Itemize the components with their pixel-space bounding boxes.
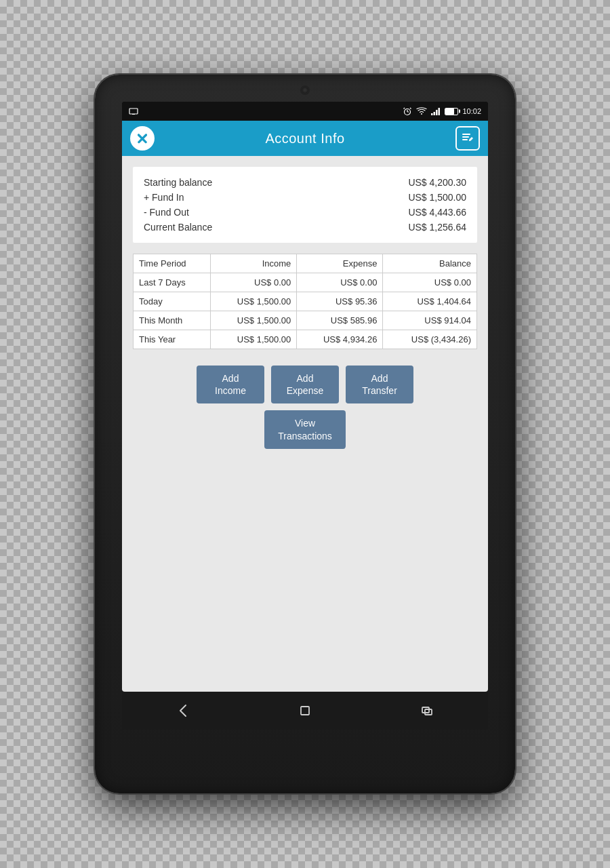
svg-rect-8 [434, 112, 436, 115]
transactions-table: Time Period Income Expense Balance Last … [133, 254, 477, 349]
app-header: Account Info [122, 121, 488, 156]
balance-month: US$ 914.04 [383, 311, 477, 330]
fund-out-value: US$ 4,443.66 [408, 207, 466, 218]
edit-icon [460, 131, 475, 146]
current-balance-label: Current Balance [144, 222, 212, 233]
svg-rect-10 [439, 108, 441, 115]
status-bar: 10:02 [122, 102, 488, 121]
home-icon [296, 701, 314, 720]
recents-icon [418, 701, 436, 720]
secondary-btn-row: ViewTransactions [264, 410, 346, 448]
fund-in-label: + Fund In [144, 192, 184, 203]
add-transfer-button[interactable]: AddTransfer [346, 366, 413, 403]
close-button[interactable] [130, 126, 155, 151]
status-left [129, 108, 138, 115]
back-icon [174, 701, 192, 720]
home-button[interactable] [291, 697, 319, 724]
nav-bar [122, 692, 488, 730]
view-transactions-button[interactable]: ViewTransactions [264, 410, 346, 448]
col-expense: Expense [297, 254, 383, 273]
recents-button[interactable] [413, 697, 441, 724]
svg-rect-11 [462, 134, 470, 135]
table-row: Last 7 Days US$ 0.00 US$ 0.00 US$ 0.00 [134, 273, 477, 292]
balance-row-fund-in: + Fund In US$ 1,500.00 [144, 190, 466, 205]
edit-button[interactable] [455, 126, 480, 151]
notification-icon [129, 108, 138, 115]
tablet-device: 10:02 Account Info [95, 75, 515, 793]
balance-row-current: Current Balance US$ 1,256.64 [144, 220, 466, 235]
table-row: This Month US$ 1,500.00 US$ 585.96 US$ 9… [134, 311, 477, 330]
battery-icon [445, 108, 458, 115]
col-time-period: Time Period [134, 254, 211, 273]
primary-btn-row: AddIncome AddExpense AddTransfer [197, 366, 413, 403]
add-expense-button[interactable]: AddExpense [271, 366, 339, 403]
screen: 10:02 Account Info [122, 102, 488, 692]
current-balance-value: US$ 1,256.64 [408, 222, 466, 233]
alarm-icon [403, 106, 412, 116]
income-today: US$ 1,500.00 [211, 292, 297, 311]
income-year: US$ 1,500.00 [211, 330, 297, 349]
period-last7: Last 7 Days [134, 273, 211, 292]
svg-rect-13 [462, 139, 468, 140]
balance-section: Starting balance US$ 4,200.30 + Fund In … [133, 167, 477, 243]
header-title: Account Info [265, 131, 344, 146]
balance-today: US$ 1,404.64 [383, 292, 477, 311]
expense-last7: US$ 0.00 [297, 273, 383, 292]
expense-month: US$ 585.96 [297, 311, 383, 330]
balance-year: US$ (3,434.26) [383, 330, 477, 349]
add-income-button[interactable]: AddIncome [197, 366, 264, 403]
col-balance: Balance [383, 254, 477, 273]
svg-line-5 [404, 108, 405, 109]
svg-rect-0 [129, 108, 138, 114]
fund-in-value: US$ 1,500.00 [408, 192, 466, 203]
fund-out-label: - Fund Out [144, 207, 189, 218]
svg-rect-18 [425, 709, 432, 715]
time-display: 10:02 [462, 107, 481, 115]
income-last7: US$ 0.00 [211, 273, 297, 292]
front-camera [300, 85, 310, 95]
col-income: Income [211, 254, 297, 273]
svg-line-6 [410, 108, 411, 109]
period-year: This Year [134, 330, 211, 349]
svg-rect-1 [132, 114, 135, 115]
balance-last7: US$ 0.00 [383, 273, 477, 292]
balance-row-fund-out: - Fund Out US$ 4,443.66 [144, 205, 466, 220]
svg-rect-12 [462, 136, 469, 138]
back-button[interactable] [169, 697, 197, 724]
svg-rect-7 [431, 113, 433, 115]
income-month: US$ 1,500.00 [211, 311, 297, 330]
table-row: Today US$ 1,500.00 US$ 95.36 US$ 1,404.6… [134, 292, 477, 311]
signal-icon [431, 107, 441, 115]
expense-year: US$ 4,934.26 [297, 330, 383, 349]
starting-balance-value: US$ 4,200.30 [408, 177, 466, 188]
balance-row-starting: Starting balance US$ 4,200.30 [144, 175, 466, 190]
expense-today: US$ 95.36 [297, 292, 383, 311]
svg-rect-17 [422, 707, 429, 713]
screen-content: Account Info Starting balance [122, 121, 488, 692]
period-month: This Month [134, 311, 211, 330]
status-right: 10:02 [403, 106, 481, 116]
svg-rect-9 [436, 110, 438, 115]
starting-balance-label: Starting balance [144, 177, 212, 188]
table-row: This Year US$ 1,500.00 US$ 4,934.26 US$ … [134, 330, 477, 349]
content-area: Starting balance US$ 4,200.30 + Fund In … [122, 156, 488, 692]
wifi-icon [416, 107, 427, 115]
action-buttons: AddIncome AddExpense AddTransfer ViewTra… [133, 360, 477, 449]
svg-rect-16 [301, 707, 309, 715]
period-today: Today [134, 292, 211, 311]
